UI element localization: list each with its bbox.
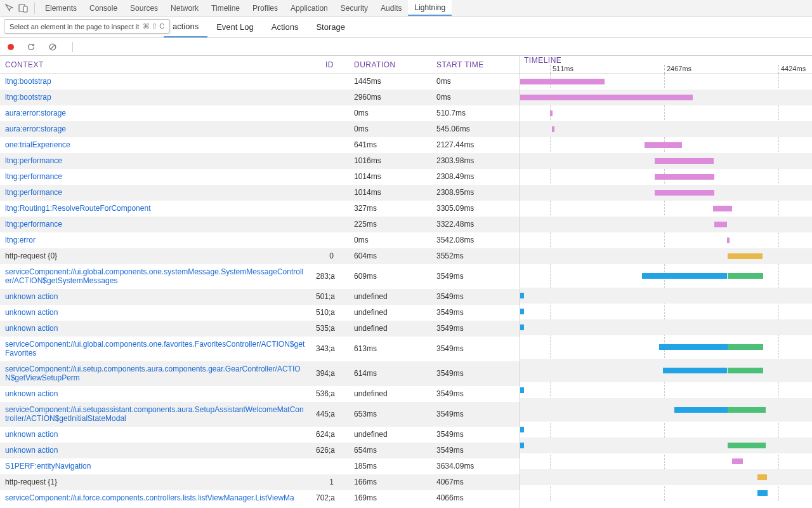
subtab-actions[interactable]: Actions <box>263 17 308 37</box>
cell-id: 702;a <box>311 490 349 505</box>
timeline-row[interactable] <box>520 121 812 137</box>
table-row[interactable]: aura:error:storage0ms545.06ms <box>0 121 520 137</box>
table-row[interactable]: ltng:performance225ms3322.48ms <box>0 217 520 232</box>
devtools-tab-application[interactable]: Application <box>284 0 334 16</box>
timeline-body[interactable] <box>520 74 812 501</box>
table-row[interactable]: serviceComponent://ui.global.components.… <box>0 337 520 361</box>
timeline-row[interactable] <box>520 232 812 248</box>
cell-context: unknown action <box>0 386 311 401</box>
timeline-axis: 511ms2467ms4424ms <box>520 65 812 74</box>
table-row[interactable]: ltng:performance1014ms2308.49ms <box>0 169 520 185</box>
timeline-row[interactable] <box>520 90 812 105</box>
timeline-row[interactable] <box>520 74 812 90</box>
table-row[interactable]: ltng:bootstrap1445ms0ms <box>0 74 520 90</box>
devtools-tab-elements[interactable]: Elements <box>39 0 83 16</box>
inspect-tooltip: Select an element in the page to inspect… <box>4 19 170 34</box>
timeline-row[interactable] <box>520 438 812 453</box>
table-row[interactable]: unknown action536;aundefined3549ms <box>0 386 520 402</box>
devtools-tab-network[interactable]: Network <box>164 0 205 16</box>
col-id[interactable]: ID <box>311 60 349 69</box>
timeline-row[interactable] <box>520 169 812 185</box>
timeline-bar <box>659 344 728 350</box>
devtools-tab-sources[interactable]: Sources <box>124 0 164 16</box>
table-row[interactable]: unknown action626;a654ms3549ms <box>0 443 520 458</box>
clear-icon[interactable] <box>48 43 57 51</box>
table-row[interactable]: unknown action624;aundefined3549ms <box>0 427 520 443</box>
table-row[interactable]: serviceComponent://ui.setupassistant.com… <box>0 402 520 427</box>
table-row[interactable]: ltng:performance1016ms2303.98ms <box>0 153 520 169</box>
timeline-bar <box>520 95 693 100</box>
timeline-row[interactable] <box>520 201 812 217</box>
timeline-row[interactable] <box>520 335 812 359</box>
cell-duration: undefined <box>349 289 431 304</box>
device-toggle-icon[interactable] <box>16 1 30 15</box>
table-row[interactable]: ltng:performance1014ms2308.95ms <box>0 185 520 201</box>
cell-id: 0 <box>311 248 349 264</box>
timeline-row[interactable] <box>520 217 812 232</box>
devtools-tab-profiles[interactable]: Profiles <box>246 0 284 16</box>
table-row[interactable]: serviceComponent://ui.global.components.… <box>0 264 520 289</box>
table-row[interactable]: unknown action535;aundefined3549ms <box>0 321 520 337</box>
cell-start: 3542.08ms <box>431 232 514 248</box>
timeline-row[interactable] <box>520 359 812 382</box>
timeline-row[interactable] <box>520 398 812 422</box>
timeline-row[interactable] <box>520 288 812 304</box>
devtools-tab-lightning[interactable]: Lightning <box>408 0 452 16</box>
record-button[interactable] <box>8 44 14 50</box>
timeline-row[interactable] <box>520 264 812 288</box>
timeline-row[interactable] <box>520 382 812 398</box>
inspect-icon[interactable] <box>3 1 16 15</box>
table-row[interactable]: http-request {0}0604ms3552ms <box>0 248 520 264</box>
table-row[interactable]: one:trialExperience641ms2127.44ms <box>0 137 520 153</box>
timeline-row[interactable] <box>520 248 812 264</box>
table-row[interactable]: ltng:error0ms3542.08ms <box>0 232 520 248</box>
table-row[interactable]: S1PERF:entityNavigation185ms3634.09ms <box>0 458 520 474</box>
transactions-table: CONTEXT ID DURATION START TIME ltng:boot… <box>0 56 520 508</box>
cell-context: http-request {1} <box>0 474 311 490</box>
timeline-row[interactable] <box>520 185 812 201</box>
table-row[interactable]: unknown action501;aundefined3549ms <box>0 289 520 305</box>
table-row[interactable]: ltng:Routing1:ResolveRouteForComponent32… <box>0 201 520 217</box>
table-row[interactable]: unknown action510;aundefined3549ms <box>0 305 520 321</box>
subtab-storage[interactable]: Storage <box>307 17 354 37</box>
cell-start: 545.06ms <box>431 121 514 137</box>
table-header: CONTEXT ID DURATION START TIME <box>0 56 520 74</box>
cell-duration: 1016ms <box>349 153 431 168</box>
timeline-row[interactable] <box>520 469 812 485</box>
cell-id <box>311 157 349 164</box>
col-duration[interactable]: DURATION <box>349 60 431 69</box>
timeline-row[interactable] <box>520 319 812 335</box>
cell-id <box>311 142 349 148</box>
table-body[interactable]: ltng:bootstrap1445ms0msltng:bootstrap296… <box>0 74 520 508</box>
timeline-row[interactable] <box>520 137 812 153</box>
subtab-event-log[interactable]: Event Log <box>207 17 263 37</box>
cell-duration: 609ms <box>349 269 431 284</box>
timeline-row[interactable] <box>520 453 812 469</box>
timeline-row[interactable] <box>520 422 812 438</box>
cell-start: 2127.44ms <box>431 137 514 152</box>
timeline-row[interactable] <box>520 153 812 169</box>
timeline-row[interactable] <box>520 105 812 121</box>
table-row[interactable]: http-request {1}1166ms4067ms <box>0 474 520 490</box>
cell-start: 3549ms <box>431 289 514 304</box>
devtools-tab-console[interactable]: Console <box>83 0 124 16</box>
cell-id: 283;a <box>311 269 349 284</box>
table-row[interactable]: aura:error:storage0ms510.7ms <box>0 105 520 121</box>
devtools-tab-security[interactable]: Security <box>334 0 374 16</box>
col-context[interactable]: CONTEXT <box>0 60 311 69</box>
table-row[interactable]: serviceComponent://ui.force.components.c… <box>0 490 520 506</box>
subtab-transactions[interactable]: actions <box>164 17 207 37</box>
timeline-row[interactable] <box>520 304 812 319</box>
cell-context: http-request {0} <box>0 248 311 264</box>
timeline-bar <box>663 368 727 373</box>
cell-id: 445;a <box>311 406 349 422</box>
col-start-time[interactable]: START TIME <box>431 60 514 69</box>
devtools-tab-timeline[interactable]: Timeline <box>205 0 246 16</box>
timeline-row[interactable] <box>520 485 812 501</box>
table-row[interactable]: ltng:bootstrap2960ms0ms <box>0 90 520 105</box>
refresh-icon[interactable] <box>27 43 36 51</box>
cell-duration: undefined <box>349 427 431 442</box>
devtools-tab-audits[interactable]: Audits <box>374 0 408 16</box>
cell-duration: 613ms <box>349 341 431 356</box>
table-row[interactable]: serviceComponent://ui.setup.components.a… <box>0 361 520 386</box>
